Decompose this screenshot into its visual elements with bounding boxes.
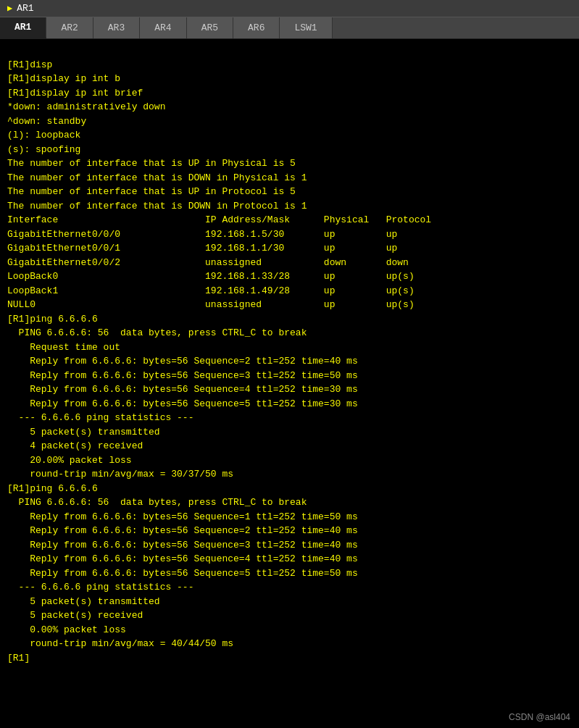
terminal-line: PING 6.6.6.6: 56 data bytes, press CTRL_… (7, 326, 572, 340)
title-bar: ▶ AR1 (0, 0, 579, 17)
terminal-line: --- 6.6.6.6 ping statistics --- (7, 580, 572, 595)
terminal-line: The number of interface that is UP in Ph… (7, 156, 572, 171)
terminal-line: LoopBack1 192.168.1.49/28 up up(s) (7, 284, 572, 298)
terminal-line: round-trip min/avg/max = 30/37/50 ms (7, 467, 572, 482)
terminal-line: PING 6.6.6.6: 56 data bytes, press CTRL_… (7, 495, 572, 510)
terminal-line: --- 6.6.6.6 ping statistics --- (7, 411, 572, 425)
terminal-line: Reply from 6.6.6.6: bytes=56 Sequence=4 … (7, 552, 572, 566)
terminal-line: The number of interface that is DOWN in … (7, 199, 572, 214)
watermark: CSDN @asl404 (509, 712, 570, 722)
tab-ar4[interactable]: AR4 (140, 17, 186, 38)
terminal-line: (s): spoofing (7, 143, 572, 157)
terminal-line: Reply from 6.6.6.6: bytes=56 Sequence=4 … (7, 382, 572, 397)
terminal-line: 5 packet(s) transmitted (7, 595, 572, 609)
terminal-line: Interface IP Address/Mask Physical Proto… (7, 213, 572, 227)
terminal-line: GigabitEthernet0/0/1 192.168.1.1/30 up u… (7, 241, 572, 256)
terminal-line: Reply from 6.6.6.6: bytes=56 Sequence=3 … (7, 369, 572, 383)
terminal-line: Reply from 6.6.6.6: bytes=56 Sequence=2 … (7, 524, 572, 538)
tab-ar2[interactable]: AR2 (46, 17, 93, 38)
terminal-line: 4 packet(s) received (7, 439, 572, 453)
tab-bar: AR1AR2AR3AR4AR5AR6LSW1 (0, 17, 579, 39)
terminal-line: LoopBack0 192.168.1.33/28 up up(s) (7, 269, 572, 284)
terminal-line: (l): loopback (7, 128, 572, 143)
terminal-line: Reply from 6.6.6.6: bytes=56 Sequence=5 … (7, 397, 572, 411)
terminal-line: Reply from 6.6.6.6: bytes=56 Sequence=2 … (7, 354, 572, 369)
terminal-line: [R1]display ip int brief (7, 86, 572, 101)
tab-ar5[interactable]: AR5 (187, 17, 233, 38)
terminal-line: ^down: standby (7, 114, 572, 129)
terminal-line: GigabitEthernet0/0/2 unassigned down dow… (7, 256, 572, 270)
terminal-line: [R1] (7, 651, 572, 666)
terminal-line: [R1]disp (7, 58, 572, 72)
app-title: AR1 (17, 3, 33, 14)
terminal-line: [R1]display ip int b (7, 72, 572, 86)
tab-lsw1[interactable]: LSW1 (280, 17, 332, 38)
app-icon: ▶ (7, 3, 12, 14)
terminal-line: GigabitEthernet0/0/0 192.168.1.5/30 up u… (7, 227, 572, 242)
terminal-line: Request time out (7, 340, 572, 355)
terminal-line: Reply from 6.6.6.6: bytes=56 Sequence=5 … (7, 566, 572, 581)
terminal-line: The number of interface that is DOWN in … (7, 171, 572, 185)
terminal-line: 5 packet(s) received (7, 608, 572, 623)
terminal-line: 5 packet(s) transmitted (7, 425, 572, 440)
terminal-line: [R1]ping 6.6.6.6 (7, 312, 572, 327)
terminal-line: The number of interface that is UP in Pr… (7, 185, 572, 199)
terminal-line: Reply from 6.6.6.6: bytes=56 Sequence=3 … (7, 538, 572, 553)
tab-ar3[interactable]: AR3 (93, 17, 140, 38)
terminal-line: 0.00% packet loss (7, 623, 572, 637)
terminal-output[interactable]: [R1]disp[R1]display ip int b[R1]display … (0, 39, 579, 728)
terminal-line: NULL0 unassigned up up(s) (7, 298, 572, 312)
tab-ar1[interactable]: AR1 (0, 17, 46, 38)
terminal-line: round-trip min/avg/max = 40/44/50 ms (7, 637, 572, 651)
terminal-line: *down: administratively down (7, 100, 572, 114)
terminal-line: 20.00% packet loss (7, 453, 572, 468)
tab-ar6[interactable]: AR6 (233, 17, 280, 38)
terminal-line: [R1]ping 6.6.6.6 (7, 482, 572, 496)
terminal-line: Reply from 6.6.6.6: bytes=56 Sequence=1 … (7, 510, 572, 524)
